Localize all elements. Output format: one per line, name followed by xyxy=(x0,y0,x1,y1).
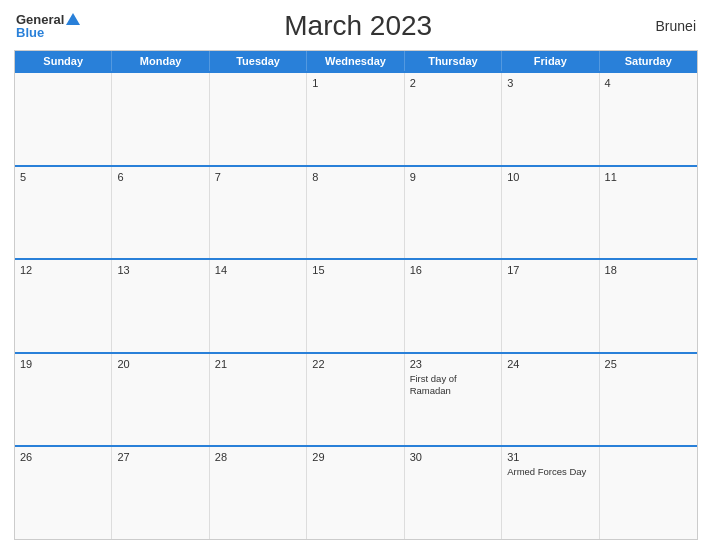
day-cell: 14 xyxy=(210,260,307,352)
day-number: 1 xyxy=(312,77,398,89)
day-number: 29 xyxy=(312,451,398,463)
day-number: 4 xyxy=(605,77,692,89)
week-row-3: 12131415161718 xyxy=(15,258,697,352)
day-cell: 17 xyxy=(502,260,599,352)
day-cell: 13 xyxy=(112,260,209,352)
weeks-container: 1234567891011121314151617181920212223Fir… xyxy=(15,71,697,539)
day-cell: 8 xyxy=(307,167,404,259)
day-cell: 24 xyxy=(502,354,599,446)
day-cell: 31Armed Forces Day xyxy=(502,447,599,539)
day-number: 31 xyxy=(507,451,593,463)
day-cell: 29 xyxy=(307,447,404,539)
day-header-thursday: Thursday xyxy=(405,51,502,71)
country-label: Brunei xyxy=(636,18,696,34)
day-number: 11 xyxy=(605,171,692,183)
week-row-2: 567891011 xyxy=(15,165,697,259)
calendar: SundayMondayTuesdayWednesdayThursdayFrid… xyxy=(14,50,698,540)
day-number: 17 xyxy=(507,264,593,276)
day-number: 20 xyxy=(117,358,203,370)
day-header-tuesday: Tuesday xyxy=(210,51,307,71)
day-cell: 3 xyxy=(502,73,599,165)
page-title: March 2023 xyxy=(80,10,636,42)
logo: General Blue xyxy=(16,13,80,39)
day-cell: 6 xyxy=(112,167,209,259)
day-cell: 28 xyxy=(210,447,307,539)
day-cell: 10 xyxy=(502,167,599,259)
day-cell: 21 xyxy=(210,354,307,446)
day-cell xyxy=(15,73,112,165)
day-cell: 30 xyxy=(405,447,502,539)
day-header-monday: Monday xyxy=(112,51,209,71)
day-cell: 26 xyxy=(15,447,112,539)
day-number: 13 xyxy=(117,264,203,276)
day-event: First day of Ramadan xyxy=(410,373,496,398)
day-number: 3 xyxy=(507,77,593,89)
day-number: 12 xyxy=(20,264,106,276)
day-cell: 1 xyxy=(307,73,404,165)
day-cell: 7 xyxy=(210,167,307,259)
day-number: 9 xyxy=(410,171,496,183)
day-cell: 23First day of Ramadan xyxy=(405,354,502,446)
day-number: 18 xyxy=(605,264,692,276)
day-header-friday: Friday xyxy=(502,51,599,71)
day-cell: 19 xyxy=(15,354,112,446)
day-number: 10 xyxy=(507,171,593,183)
day-cell xyxy=(600,447,697,539)
day-cell: 27 xyxy=(112,447,209,539)
day-number: 7 xyxy=(215,171,301,183)
calendar-page: General Blue March 2023 Brunei SundayMon… xyxy=(0,0,712,550)
week-row-5: 262728293031Armed Forces Day xyxy=(15,445,697,539)
day-number: 8 xyxy=(312,171,398,183)
day-number: 25 xyxy=(605,358,692,370)
day-number: 16 xyxy=(410,264,496,276)
logo-triangle-icon xyxy=(66,13,80,25)
day-cell: 22 xyxy=(307,354,404,446)
day-cell: 16 xyxy=(405,260,502,352)
day-header-saturday: Saturday xyxy=(600,51,697,71)
day-number: 19 xyxy=(20,358,106,370)
day-cell: 15 xyxy=(307,260,404,352)
header: General Blue March 2023 Brunei xyxy=(14,10,698,42)
day-cell: 2 xyxy=(405,73,502,165)
day-event: Armed Forces Day xyxy=(507,466,593,478)
day-cell: 11 xyxy=(600,167,697,259)
day-number: 5 xyxy=(20,171,106,183)
day-cell: 9 xyxy=(405,167,502,259)
day-number: 6 xyxy=(117,171,203,183)
day-number: 15 xyxy=(312,264,398,276)
day-number: 24 xyxy=(507,358,593,370)
day-headers-row: SundayMondayTuesdayWednesdayThursdayFrid… xyxy=(15,51,697,71)
day-header-sunday: Sunday xyxy=(15,51,112,71)
day-cell xyxy=(210,73,307,165)
day-cell: 5 xyxy=(15,167,112,259)
day-cell xyxy=(112,73,209,165)
day-number: 26 xyxy=(20,451,106,463)
logo-wrapper: General Blue xyxy=(16,13,80,39)
day-number: 23 xyxy=(410,358,496,370)
day-cell: 18 xyxy=(600,260,697,352)
day-number: 2 xyxy=(410,77,496,89)
logo-blue-text: Blue xyxy=(16,26,44,39)
day-number: 28 xyxy=(215,451,301,463)
day-cell: 4 xyxy=(600,73,697,165)
day-number: 27 xyxy=(117,451,203,463)
day-cell: 20 xyxy=(112,354,209,446)
day-number: 21 xyxy=(215,358,301,370)
day-cell: 12 xyxy=(15,260,112,352)
day-number: 22 xyxy=(312,358,398,370)
day-cell: 25 xyxy=(600,354,697,446)
day-number: 14 xyxy=(215,264,301,276)
week-row-4: 1920212223First day of Ramadan2425 xyxy=(15,352,697,446)
day-number: 30 xyxy=(410,451,496,463)
day-header-wednesday: Wednesday xyxy=(307,51,404,71)
week-row-1: 1234 xyxy=(15,71,697,165)
